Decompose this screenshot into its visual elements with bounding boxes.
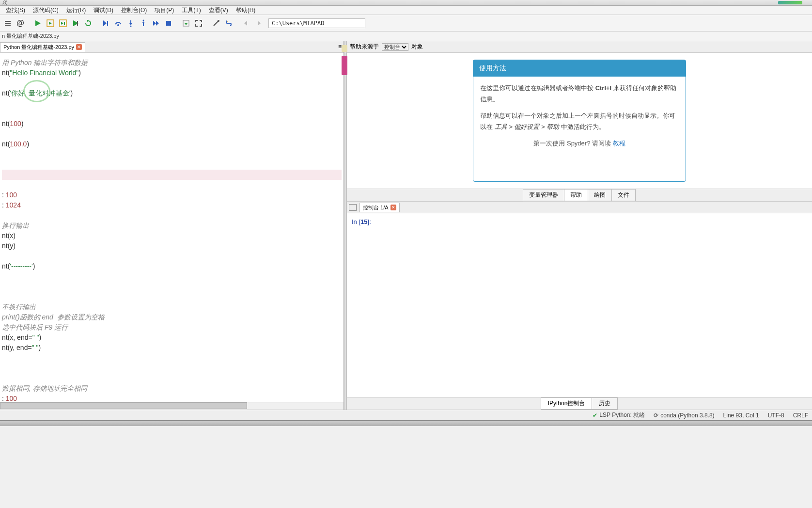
- editor-panel: Python 量化编程基础-2023.py ✕ ≡ 用 Python 输出字符串…: [0, 41, 344, 410]
- menu-debug[interactable]: 调试(D): [90, 5, 117, 16]
- help-text-2b: 中激活此行为。: [559, 123, 605, 130]
- code-line: 数据相同, 存储地址完全相同: [2, 383, 342, 394]
- debug-icon[interactable]: [100, 17, 111, 29]
- help-card-title: 使用方法: [473, 60, 686, 77]
- menu-source[interactable]: 源代码(C): [29, 5, 62, 16]
- code-line: 不换行输出: [2, 302, 342, 312]
- code-line: [2, 78, 342, 88]
- step-into-icon[interactable]: [125, 17, 137, 29]
- help-header: 帮助来源于 控制台 对象: [347, 41, 812, 53]
- continue-icon[interactable]: [150, 17, 162, 29]
- vertical-splitter[interactable]: [344, 41, 347, 410]
- console-body[interactable]: In [15]:: [347, 213, 812, 397]
- status-eol: CRLF: [793, 412, 808, 419]
- run-file-icon[interactable]: [32, 17, 44, 29]
- menu-tool[interactable]: 工具(T): [178, 5, 204, 16]
- console-tab-label: 控制台 1/A: [363, 204, 389, 211]
- run-cell-advance-icon[interactable]: [57, 17, 69, 29]
- run-selection-icon[interactable]: [70, 17, 81, 29]
- code-line: [2, 363, 342, 373]
- toolbar: @ C:\Users\MIAPAD: [0, 15, 812, 32]
- close-icon[interactable]: ✕: [390, 205, 396, 210]
- code-line: nt("Hello Financial World"): [2, 68, 342, 78]
- working-directory-input[interactable]: C:\Users\MIAPAD: [268, 18, 365, 28]
- svg-point-14: [117, 24, 119, 26]
- code-line: 用 Python 输出字符串和数据: [2, 58, 342, 68]
- code-line: [2, 159, 342, 170]
- status-lsp: ✔LSP Python: 就绪: [593, 411, 645, 419]
- svg-marker-23: [185, 23, 187, 25]
- menu-find[interactable]: 查找(S): [2, 5, 29, 16]
- code-line: [2, 292, 342, 302]
- tab-variable-explorer[interactable]: 变量管理器: [523, 189, 564, 201]
- code-line: print()函数的 end 参数设置为空格: [2, 312, 342, 322]
- code-line: [2, 373, 342, 383]
- forward-icon[interactable]: [253, 17, 265, 29]
- preferences-icon[interactable]: [210, 17, 222, 29]
- menu-console[interactable]: 控制台(O): [117, 5, 151, 16]
- svg-point-24: [218, 20, 219, 22]
- code-line: [2, 353, 342, 363]
- help-footer: 第一次使用 Spyder? 请阅读 教程: [480, 133, 679, 154]
- import-data-icon[interactable]: [180, 17, 192, 29]
- tab-files[interactable]: 文件: [611, 189, 636, 201]
- back-icon[interactable]: [240, 17, 252, 29]
- tab-plots[interactable]: 绘图: [588, 189, 612, 201]
- tab-ipython-console[interactable]: IPython控制台: [541, 397, 593, 410]
- svg-marker-27: [258, 21, 261, 26]
- marker-yellow: [342, 45, 347, 52]
- tab-help[interactable]: 帮助: [564, 189, 588, 201]
- help-body: 使用方法 在这里你可以通过在编辑器或者终端中按 Ctrl+I 来获得任何对象的帮…: [347, 53, 812, 189]
- tutorial-link[interactable]: 教程: [613, 140, 625, 147]
- step-out-icon[interactable]: [138, 17, 149, 29]
- step-over-icon[interactable]: [112, 17, 124, 29]
- help-source-select[interactable]: 控制台: [382, 43, 408, 51]
- svg-point-18: [143, 19, 144, 21]
- help-object-label: 对象: [411, 43, 423, 51]
- scrollbar-thumb[interactable]: [0, 402, 247, 409]
- code-line: 换行输出: [2, 221, 342, 231]
- code-line: nt(100.0): [2, 139, 342, 149]
- code-line: nt(x): [2, 231, 342, 241]
- menu-view[interactable]: 查看(V): [205, 5, 232, 16]
- console-prompt-close: ]:: [368, 218, 371, 225]
- editor-tab-active[interactable]: Python 量化编程基础-2023.py ✕: [0, 42, 85, 52]
- svg-rect-2: [5, 25, 11, 26]
- svg-marker-11: [87, 20, 89, 22]
- statusbar: ✔LSP Python: 就绪 ⟳conda (Python 3.8.8) Li…: [0, 410, 812, 420]
- status-conda[interactable]: ⟳conda (Python 3.8.8): [654, 412, 714, 419]
- code-line: 选中代码块后 F9 运行: [2, 322, 342, 333]
- code-line: nt(y, end=" "): [2, 343, 342, 353]
- svg-rect-1: [5, 23, 11, 24]
- help-key: Ctrl+I: [595, 84, 612, 92]
- console-browse-icon[interactable]: [349, 204, 357, 211]
- hamburger-icon[interactable]: ≡: [338, 43, 342, 50]
- code-editor[interactable]: 用 Python 输出字符串和数据nt("Hello Financial Wor…: [0, 53, 344, 402]
- svg-marker-26: [244, 21, 247, 26]
- help-footer-text: 第一次使用 Spyder? 请阅读: [533, 140, 612, 147]
- code-line: nt(100): [2, 119, 342, 129]
- toolbar-outline-icon[interactable]: [2, 17, 14, 29]
- editor-tabs: Python 量化编程基础-2023.py ✕ ≡: [0, 41, 344, 53]
- code-line: nt(x, end=" "): [2, 333, 342, 343]
- python-path-icon[interactable]: [223, 17, 234, 29]
- tab-history[interactable]: 历史: [592, 397, 618, 410]
- console-tab[interactable]: 控制台 1/A ✕: [359, 203, 400, 212]
- rerun-icon[interactable]: [82, 17, 94, 29]
- console-panel: 控制台 1/A ✕ In [15]: IPython控制台 历史: [347, 202, 812, 410]
- svg-point-16: [130, 25, 132, 27]
- horizontal-scrollbar[interactable]: [0, 402, 344, 410]
- run-cell-icon[interactable]: [45, 17, 56, 29]
- menu-help[interactable]: 帮助(H): [232, 5, 260, 16]
- toolbar-at-icon[interactable]: @: [15, 17, 26, 29]
- maximize-icon[interactable]: [193, 17, 204, 29]
- menu-run[interactable]: 运行(R): [62, 5, 90, 16]
- close-icon[interactable]: ✕: [76, 44, 82, 50]
- svg-marker-3: [35, 20, 41, 26]
- svg-point-25: [227, 21, 228, 22]
- menu-project[interactable]: 项目(P): [151, 5, 178, 16]
- os-taskbar[interactable]: [0, 420, 812, 426]
- stop-debug-icon[interactable]: [163, 17, 174, 29]
- svg-rect-0: [5, 21, 11, 22]
- svg-rect-8: [64, 22, 65, 25]
